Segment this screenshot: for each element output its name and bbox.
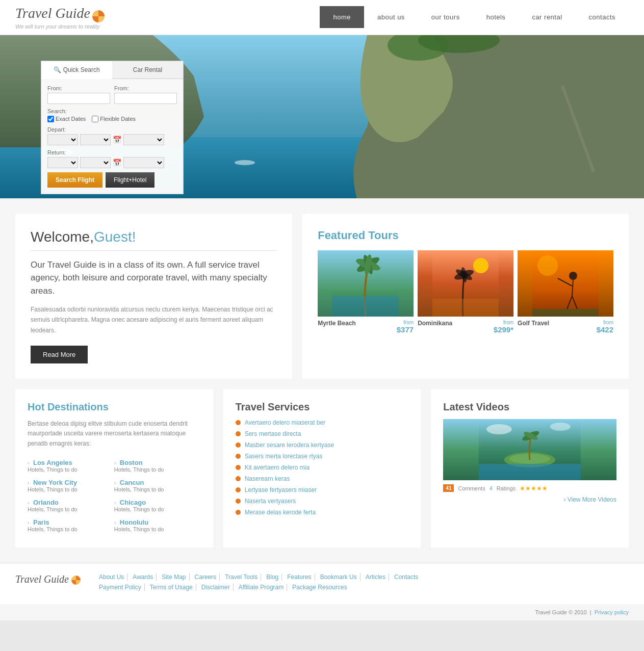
featured-tours: Myrtle Beach from $377	[318, 250, 613, 334]
service-link-7[interactable]: Lertyase fertyasers miaser	[245, 486, 317, 493]
main-content: Welcome,Guest! Our Travel Guide is in a …	[0, 198, 644, 563]
dest-arrow-3: ›	[28, 500, 29, 506]
service-item-2: Sers mertase directa	[236, 430, 409, 437]
nav-home[interactable]: home	[320, 6, 364, 28]
tour-name-2: Dominikana	[418, 320, 452, 327]
view-more-videos-link[interactable]: › View More Videos	[443, 496, 616, 503]
dest-sub-chicago: Hotels, Things to do	[114, 506, 201, 512]
dest-orlando: › Orlando Hotels, Things to do	[28, 496, 114, 515]
service-link-5[interactable]: Kit avertaero delero mia	[245, 464, 310, 471]
dest-link-honolulu[interactable]: Honolulu	[120, 518, 148, 526]
flight-hotel-button[interactable]: Flight+Hotel	[106, 172, 154, 188]
service-item-7: Lertyase fertyasers miaser	[236, 486, 409, 493]
service-link-4[interactable]: Sasers merta lorectase rtyas	[245, 453, 323, 460]
dest-sub-honolulu: Hotels, Things to do	[114, 526, 201, 532]
search-icon: 🔍	[54, 66, 61, 73]
dest-cancun: › Cancun Hotels, Things to do	[114, 476, 201, 496]
footer-link-articles[interactable]: Articles	[363, 574, 389, 581]
footer-link-blog[interactable]: Blog	[263, 574, 282, 581]
read-more-button[interactable]: Read More	[31, 346, 88, 363]
tour-image-1	[318, 250, 414, 317]
header: Travel Guide We will turn your dreams to…	[0, 0, 644, 35]
hot-destinations-desc: Bertase deleoa dipisg elitve stibulum cu…	[28, 419, 201, 449]
return-day[interactable]	[47, 157, 78, 168]
dest-link-paris[interactable]: Paris	[33, 518, 49, 526]
exact-dates-checkbox[interactable]	[47, 116, 54, 122]
calendar-icon-return[interactable]: 📅	[113, 159, 121, 167]
service-item-6: Naserearn keras	[236, 475, 409, 482]
depart-label: Depart:	[47, 126, 177, 133]
depart-time[interactable]	[123, 134, 164, 145]
dest-sub-boston: Hotels, Things to do	[114, 466, 201, 473]
flexible-dates-checkbox[interactable]	[92, 116, 98, 122]
tour-image-2	[418, 250, 513, 317]
service-item-4: Sasers merta lorectase rtyas	[236, 453, 409, 460]
service-dot-5	[236, 465, 241, 470]
nav-car-rental[interactable]: car rental	[519, 6, 575, 28]
footer-link-awards[interactable]: Awards	[130, 574, 157, 581]
service-item-9: Merase delas kerode ferta	[236, 509, 409, 516]
footer-logo: Travel Guide	[15, 574, 81, 585]
depart-month[interactable]	[80, 134, 111, 145]
video-meta: 41 Comments 4 Ratings ★★★★★	[443, 484, 616, 492]
footer-link-bookmark[interactable]: Bookmark Us	[317, 574, 360, 581]
calendar-icon-depart[interactable]: 📅	[113, 136, 121, 144]
dest-link-new-york[interactable]: New York City	[33, 479, 77, 486]
latest-videos-section: Latest Videos	[431, 389, 629, 548]
logo-tagline: We will turn your dreams to reality	[15, 23, 320, 30]
service-link-9[interactable]: Merase delas kerode ferta	[245, 509, 316, 516]
logo-text: Travel Guide	[15, 5, 90, 21]
dest-arrow-6: ›	[114, 480, 116, 486]
dest-link-orlando[interactable]: Orlando	[33, 499, 59, 506]
footer-link-package[interactable]: Package Resources	[289, 584, 350, 591]
privacy-policy-link[interactable]: Privacy policy	[595, 609, 629, 615]
car-rental-tab[interactable]: Car Rental	[112, 61, 183, 79]
quick-search-tab[interactable]: 🔍 Quick Search	[41, 61, 112, 79]
footer-inner: Travel Guide About Us Awards Site Map Ca…	[15, 574, 629, 594]
welcome-title: Welcome,Guest!	[31, 229, 277, 245]
service-dot-9	[236, 510, 241, 515]
nav-contacts[interactable]: contacts	[576, 6, 629, 28]
footer-link-travel-tools[interactable]: Travel Tools	[222, 574, 261, 581]
footer-link-careers[interactable]: Careers	[192, 574, 220, 581]
from-input-1[interactable]	[47, 93, 110, 104]
nav-hotels[interactable]: hotels	[473, 6, 519, 28]
from-input-2[interactable]	[114, 93, 177, 104]
footer-link-payment[interactable]: Payment Policy	[96, 584, 145, 591]
nav-about[interactable]: about us	[364, 6, 418, 28]
service-link-3[interactable]: Masber sesare lerodera kertyase	[245, 441, 334, 449]
service-link-2[interactable]: Sers mertase directa	[245, 430, 301, 437]
dest-link-chicago[interactable]: Chicago	[120, 499, 146, 506]
service-link-8[interactable]: Naserta vertyasers	[245, 498, 296, 505]
dest-link-los-angeles[interactable]: Los Angeles	[33, 459, 72, 466]
svg-point-26	[537, 255, 558, 276]
return-month[interactable]	[80, 157, 111, 168]
dest-link-cancun[interactable]: Cancun	[120, 479, 144, 486]
search-flight-button[interactable]: Search Flight	[47, 172, 102, 188]
dest-arrow-4: ›	[28, 520, 29, 526]
service-link-1[interactable]: Avertaero delero miaserat ber	[245, 419, 326, 426]
service-item-5: Kit avertaero delero mia	[236, 464, 409, 471]
footer-link-terms[interactable]: Terms of Usage	[147, 584, 196, 591]
depart-day[interactable]	[47, 134, 78, 145]
dest-sub-cancun: Hotels, Things to do	[114, 486, 201, 492]
service-link-6[interactable]: Naserearn keras	[245, 475, 290, 482]
nav-tours[interactable]: our tours	[418, 6, 473, 28]
tour-card-3: Golf Travel from $422	[518, 250, 613, 334]
search-panel: 🔍 Quick Search Car Rental From: From: Se…	[41, 61, 184, 194]
footer-link-affiliate[interactable]: Affiliate Program	[236, 584, 287, 591]
dest-paris: › Paris Hotels, Things to do	[28, 515, 114, 535]
dest-link-boston[interactable]: Boston	[120, 459, 143, 466]
footer-link-contacts[interactable]: Contacts	[391, 574, 421, 581]
footer-link-features[interactable]: Features	[284, 574, 315, 581]
footer-link-site-map[interactable]: Site Map	[159, 574, 189, 581]
destinations-grid: › Los Angeles Hotels, Things to do › New…	[28, 456, 201, 535]
video-thumbnail[interactable]	[443, 419, 616, 480]
return-time[interactable]	[123, 157, 164, 168]
dest-sub-new-york: Hotels, Things to do	[28, 486, 114, 492]
footer-link-about-us[interactable]: About Us	[96, 574, 127, 581]
tour-image-3	[518, 250, 613, 317]
ratings-label: Ratings	[497, 485, 516, 491]
footer-link-disclaimer[interactable]: Disclaimer	[198, 584, 234, 591]
svg-rect-18	[432, 299, 499, 317]
